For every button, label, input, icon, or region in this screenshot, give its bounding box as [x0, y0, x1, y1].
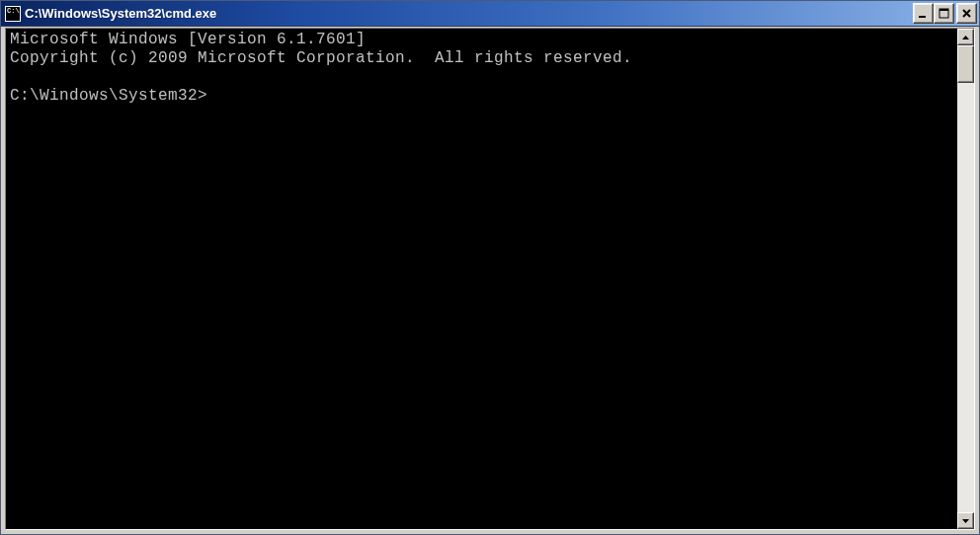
cmd-window: C:\Windows\System32\cmd.exe Microsoft W [0, 0, 980, 535]
maximize-icon [938, 7, 950, 20]
svg-rect-0 [919, 16, 926, 18]
console-line: Microsoft Windows [Version 6.1.7601] [10, 31, 366, 48]
window-title: C:\Windows\System32\cmd.exe [25, 6, 913, 21]
close-icon [960, 7, 973, 20]
client-area: Microsoft Windows [Version 6.1.7601] Cop… [5, 28, 975, 530]
maximize-button[interactable] [934, 3, 954, 24]
chevron-down-icon [962, 519, 969, 523]
scroll-up-button[interactable] [957, 29, 974, 45]
command-prompt: C:\Windows\System32> [10, 87, 207, 105]
scroll-track[interactable] [957, 45, 974, 512]
console-line: Copyright (c) 2009 Microsoft Corporation… [10, 49, 632, 67]
minimize-button[interactable] [913, 3, 934, 24]
scroll-thumb[interactable] [957, 45, 974, 83]
chevron-up-icon [962, 36, 969, 39]
close-button[interactable] [956, 3, 977, 24]
vertical-scrollbar[interactable] [957, 29, 974, 529]
minimize-icon [917, 7, 930, 20]
scroll-down-button[interactable] [957, 512, 974, 529]
titlebar[interactable]: C:\Windows\System32\cmd.exe [1, 1, 979, 27]
system-menu-icon[interactable] [5, 6, 21, 22]
svg-rect-2 [939, 9, 948, 11]
window-controls [913, 3, 977, 24]
console-output[interactable]: Microsoft Windows [Version 6.1.7601] Cop… [6, 29, 957, 529]
